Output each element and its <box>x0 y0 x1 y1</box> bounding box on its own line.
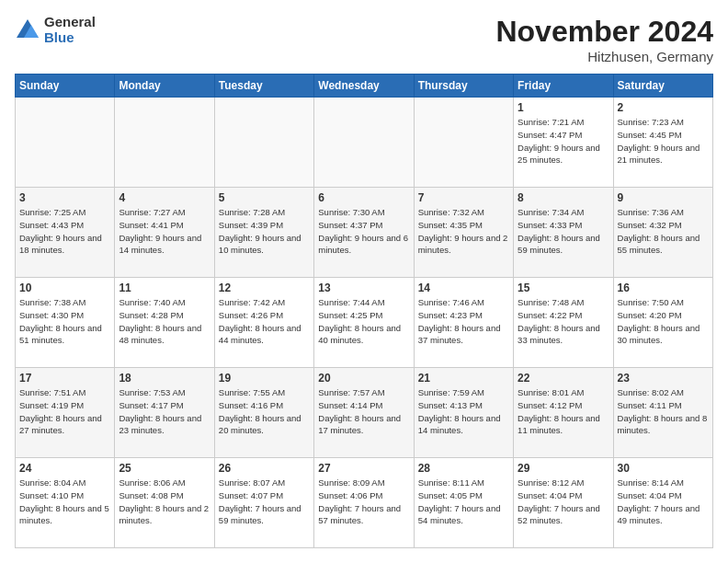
day-cell-3-6: 23Sunrise: 8:02 AM Sunset: 4:11 PM Dayli… <box>613 368 712 458</box>
day-cell-3-1: 18Sunrise: 7:53 AM Sunset: 4:17 PM Dayli… <box>115 368 214 458</box>
day-info: Sunrise: 7:57 AM Sunset: 4:14 PM Dayligh… <box>318 386 409 437</box>
day-info: Sunrise: 8:01 AM Sunset: 4:12 PM Dayligh… <box>518 386 609 437</box>
day-info: Sunrise: 7:44 AM Sunset: 4:25 PM Dayligh… <box>318 296 409 347</box>
day-number: 21 <box>418 372 509 385</box>
day-number: 8 <box>518 191 609 204</box>
day-info: Sunrise: 7:53 AM Sunset: 4:17 PM Dayligh… <box>119 386 210 437</box>
day-number: 29 <box>518 462 609 475</box>
location: Hitzhusen, Germany <box>495 49 713 64</box>
day-cell-2-3: 13Sunrise: 7:44 AM Sunset: 4:25 PM Dayli… <box>314 278 414 368</box>
day-info: Sunrise: 7:40 AM Sunset: 4:28 PM Dayligh… <box>119 296 210 347</box>
header-row: Sunday Monday Tuesday Wednesday Thursday… <box>16 75 713 98</box>
day-cell-0-6: 2Sunrise: 7:23 AM Sunset: 4:45 PM Daylig… <box>613 98 712 188</box>
day-cell-0-4 <box>414 98 513 188</box>
day-info: Sunrise: 8:12 AM Sunset: 4:04 PM Dayligh… <box>518 477 609 527</box>
week-row-0: 1Sunrise: 7:21 AM Sunset: 4:47 PM Daylig… <box>16 98 713 188</box>
day-number: 17 <box>19 372 110 385</box>
day-number: 1 <box>518 101 609 114</box>
day-cell-2-6: 16Sunrise: 7:50 AM Sunset: 4:20 PM Dayli… <box>613 278 712 368</box>
month-title: November 2024 <box>495 15 713 49</box>
day-number: 9 <box>618 191 709 204</box>
day-cell-4-4: 28Sunrise: 8:11 AM Sunset: 4:05 PM Dayli… <box>414 458 513 548</box>
header: General Blue November 2024 Hitzhusen, Ge… <box>15 15 713 64</box>
day-cell-0-1 <box>115 98 214 188</box>
day-cell-4-3: 27Sunrise: 8:09 AM Sunset: 4:06 PM Dayli… <box>314 458 414 548</box>
day-number: 22 <box>518 372 609 385</box>
day-number: 19 <box>219 372 310 385</box>
day-cell-3-4: 21Sunrise: 7:59 AM Sunset: 4:13 PM Dayli… <box>414 368 513 458</box>
day-info: Sunrise: 8:11 AM Sunset: 4:05 PM Dayligh… <box>418 477 509 527</box>
day-number: 2 <box>618 101 709 114</box>
day-number: 26 <box>219 462 310 475</box>
col-monday: Monday <box>115 75 214 98</box>
day-number: 15 <box>518 282 609 294</box>
day-cell-3-0: 17Sunrise: 7:51 AM Sunset: 4:19 PM Dayli… <box>16 368 115 458</box>
day-number: 24 <box>19 462 110 475</box>
day-info: Sunrise: 7:46 AM Sunset: 4:23 PM Dayligh… <box>418 296 509 347</box>
day-cell-4-5: 29Sunrise: 8:12 AM Sunset: 4:04 PM Dayli… <box>514 458 613 548</box>
logo: General Blue <box>15 15 96 45</box>
day-cell-0-3 <box>314 98 414 188</box>
day-cell-1-3: 6Sunrise: 7:30 AM Sunset: 4:37 PM Daylig… <box>314 188 414 278</box>
day-number: 18 <box>119 372 210 385</box>
calendar-table: Sunday Monday Tuesday Wednesday Thursday… <box>15 74 713 548</box>
logo-blue-text: Blue <box>44 30 96 46</box>
day-info: Sunrise: 7:34 AM Sunset: 4:33 PM Dayligh… <box>518 206 609 257</box>
day-info: Sunrise: 7:28 AM Sunset: 4:39 PM Dayligh… <box>219 206 310 257</box>
day-cell-2-4: 14Sunrise: 7:46 AM Sunset: 4:23 PM Dayli… <box>414 278 513 368</box>
day-cell-3-2: 19Sunrise: 7:55 AM Sunset: 4:16 PM Dayli… <box>214 368 313 458</box>
day-info: Sunrise: 7:23 AM Sunset: 4:45 PM Dayligh… <box>618 116 709 167</box>
day-info: Sunrise: 7:50 AM Sunset: 4:20 PM Dayligh… <box>618 296 709 347</box>
day-info: Sunrise: 8:07 AM Sunset: 4:07 PM Dayligh… <box>219 477 310 527</box>
col-wednesday: Wednesday <box>314 75 414 98</box>
day-cell-4-6: 30Sunrise: 8:14 AM Sunset: 4:04 PM Dayli… <box>613 458 712 548</box>
day-number: 25 <box>119 462 210 475</box>
day-info: Sunrise: 8:04 AM Sunset: 4:10 PM Dayligh… <box>19 477 110 527</box>
day-info: Sunrise: 7:21 AM Sunset: 4:47 PM Dayligh… <box>518 116 609 167</box>
day-info: Sunrise: 7:32 AM Sunset: 4:35 PM Dayligh… <box>418 206 509 257</box>
day-number: 11 <box>119 282 210 294</box>
day-info: Sunrise: 7:51 AM Sunset: 4:19 PM Dayligh… <box>19 386 110 437</box>
day-info: Sunrise: 8:06 AM Sunset: 4:08 PM Dayligh… <box>119 477 210 527</box>
day-info: Sunrise: 8:02 AM Sunset: 4:11 PM Dayligh… <box>618 386 709 437</box>
day-number: 27 <box>318 462 409 475</box>
day-info: Sunrise: 7:48 AM Sunset: 4:22 PM Dayligh… <box>518 296 609 347</box>
week-row-2: 10Sunrise: 7:38 AM Sunset: 4:30 PM Dayli… <box>16 278 713 368</box>
day-info: Sunrise: 7:59 AM Sunset: 4:13 PM Dayligh… <box>418 386 509 437</box>
col-tuesday: Tuesday <box>214 75 313 98</box>
day-number: 28 <box>418 462 509 475</box>
day-cell-3-3: 20Sunrise: 7:57 AM Sunset: 4:14 PM Dayli… <box>314 368 414 458</box>
day-cell-2-0: 10Sunrise: 7:38 AM Sunset: 4:30 PM Dayli… <box>16 278 115 368</box>
day-cell-0-0 <box>16 98 115 188</box>
logo-icon <box>15 17 40 43</box>
day-info: Sunrise: 8:14 AM Sunset: 4:04 PM Dayligh… <box>618 477 709 527</box>
day-cell-3-5: 22Sunrise: 8:01 AM Sunset: 4:12 PM Dayli… <box>514 368 613 458</box>
calendar-header: Sunday Monday Tuesday Wednesday Thursday… <box>16 75 713 98</box>
day-number: 7 <box>418 191 509 204</box>
day-cell-1-1: 4Sunrise: 7:27 AM Sunset: 4:41 PM Daylig… <box>115 188 214 278</box>
day-number: 4 <box>119 191 210 204</box>
day-number: 13 <box>318 282 409 294</box>
col-sunday: Sunday <box>16 75 115 98</box>
day-cell-1-2: 5Sunrise: 7:28 AM Sunset: 4:39 PM Daylig… <box>214 188 313 278</box>
week-row-4: 24Sunrise: 8:04 AM Sunset: 4:10 PM Dayli… <box>16 458 713 548</box>
day-info: Sunrise: 7:36 AM Sunset: 4:32 PM Dayligh… <box>618 206 709 257</box>
col-friday: Friday <box>514 75 613 98</box>
day-cell-0-2 <box>214 98 313 188</box>
day-info: Sunrise: 8:09 AM Sunset: 4:06 PM Dayligh… <box>318 477 409 527</box>
day-cell-4-1: 25Sunrise: 8:06 AM Sunset: 4:08 PM Dayli… <box>115 458 214 548</box>
logo-text: General Blue <box>44 15 96 45</box>
week-row-1: 3Sunrise: 7:25 AM Sunset: 4:43 PM Daylig… <box>16 188 713 278</box>
day-cell-2-2: 12Sunrise: 7:42 AM Sunset: 4:26 PM Dayli… <box>214 278 313 368</box>
day-number: 30 <box>618 462 709 475</box>
day-number: 23 <box>618 372 709 385</box>
day-info: Sunrise: 7:30 AM Sunset: 4:37 PM Dayligh… <box>318 206 409 257</box>
col-saturday: Saturday <box>613 75 712 98</box>
day-number: 12 <box>219 282 310 294</box>
page: General Blue November 2024 Hitzhusen, Ge… <box>0 0 728 563</box>
day-cell-0-5: 1Sunrise: 7:21 AM Sunset: 4:47 PM Daylig… <box>514 98 613 188</box>
day-number: 10 <box>19 282 110 294</box>
title-block: November 2024 Hitzhusen, Germany <box>495 15 713 64</box>
day-number: 6 <box>318 191 409 204</box>
day-info: Sunrise: 7:25 AM Sunset: 4:43 PM Dayligh… <box>19 206 110 257</box>
